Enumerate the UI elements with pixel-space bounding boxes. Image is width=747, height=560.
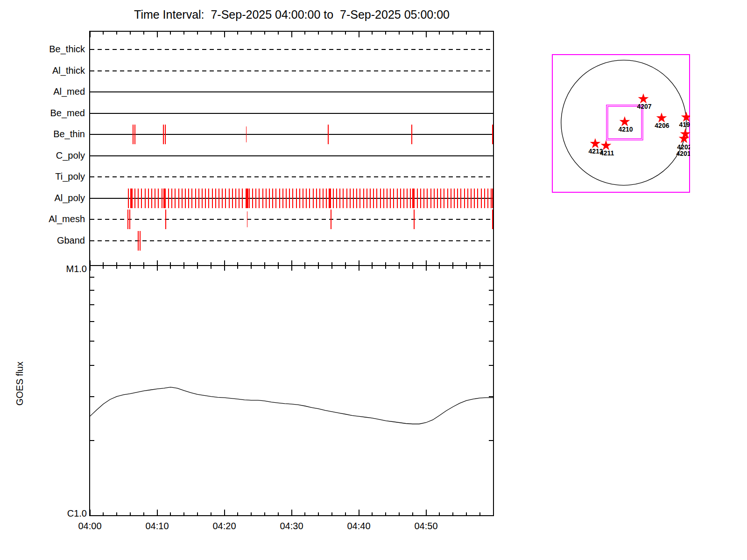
active-region-label-4210: 4210	[619, 126, 633, 133]
active-region-label-4199: 4199	[679, 121, 690, 128]
goes-flux-curve	[90, 387, 493, 424]
solar-disk-map: 42074210420641994213421142014202	[552, 54, 690, 193]
plot-canvas: Time Interval: 7-Sep-2025 04:00:00 to 7-…	[0, 0, 747, 560]
active-region-star-4213	[590, 138, 601, 148]
active-region-star-4207	[638, 93, 649, 104]
active-region-label-4206: 4206	[655, 122, 669, 129]
active-region-star-4202	[679, 133, 690, 143]
active-region-label-4211: 4211	[600, 149, 614, 157]
active-region-label-4202: 4202	[677, 143, 690, 151]
active-region-label-4207: 4207	[637, 103, 651, 110]
active-region-star-4210	[620, 116, 630, 126]
active-region-star-4206	[656, 112, 667, 123]
active-region-label-4201: 4201	[677, 150, 690, 157]
